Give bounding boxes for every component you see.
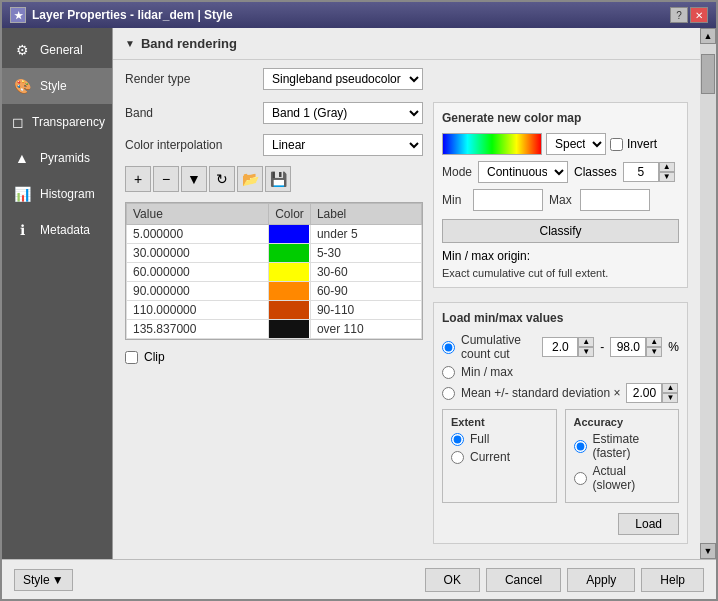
full-radio[interactable]	[451, 433, 464, 446]
sidebar-item-metadata[interactable]: ℹ Metadata	[2, 212, 112, 248]
label-cell: 5-30	[310, 244, 421, 263]
style-dropdown-arrow: ▼	[52, 573, 64, 587]
color-cell[interactable]	[269, 301, 311, 320]
table-row[interactable]: 5.000000under 5	[127, 225, 422, 244]
estimate-radio[interactable]	[574, 440, 587, 453]
cancel-button[interactable]: Cancel	[486, 568, 561, 592]
invert-checkbox[interactable]	[610, 138, 623, 151]
close-title-btn[interactable]: ✕	[690, 7, 708, 23]
cumulative-min-down[interactable]: ▼	[578, 347, 594, 357]
table-row[interactable]: 110.00000090-110	[127, 301, 422, 320]
two-col-layout: Band Band 1 (Gray) Color interpolation L…	[125, 102, 688, 544]
classes-up-btn[interactable]: ▲	[659, 162, 675, 172]
bottom-right-buttons: OK Cancel Apply Help	[425, 568, 704, 592]
color-cell[interactable]	[269, 225, 311, 244]
panel-body: Render type Singleband pseudocolor Band …	[113, 60, 700, 559]
table-toolbar: + − ▼ ↻ 📂 💾	[125, 166, 423, 192]
down-button[interactable]: ▼	[181, 166, 207, 192]
open-button[interactable]: 📂	[237, 166, 263, 192]
value-cell: 60.000000	[127, 263, 269, 282]
origin-section: Min / max origin: Exact cumulative cut o…	[442, 249, 679, 279]
right-col: Generate new color map Spectral Invert	[433, 102, 688, 544]
max-input[interactable]: 135.837	[580, 189, 650, 211]
label-cell: over 110	[310, 320, 421, 339]
classes-input[interactable]	[623, 162, 659, 182]
stddev-radio-row: Mean +/- standard deviation × ▲ ▼	[442, 383, 679, 403]
classes-down-btn[interactable]: ▼	[659, 172, 675, 182]
actual-radio[interactable]	[574, 472, 587, 485]
scroll-down-arrow[interactable]: ▼	[700, 543, 716, 559]
window-icon: ★	[10, 7, 26, 23]
table-row[interactable]: 30.0000005-30	[127, 244, 422, 263]
clip-row: Clip	[125, 350, 423, 364]
label-cell: 30-60	[310, 263, 421, 282]
stddev-input[interactable]	[626, 383, 662, 403]
actual-radio-row: Actual (slower)	[574, 464, 671, 492]
color-cell[interactable]	[269, 282, 311, 301]
stddev-radio[interactable]	[442, 387, 455, 400]
table-row[interactable]: 135.837000over 110	[127, 320, 422, 339]
refresh-button[interactable]: ↻	[209, 166, 235, 192]
ok-button[interactable]: OK	[425, 568, 480, 592]
sidebar-item-pyramids[interactable]: ▲ Pyramids	[2, 140, 112, 176]
table-row[interactable]: 90.00000060-90	[127, 282, 422, 301]
delete-button[interactable]: −	[153, 166, 179, 192]
current-radio[interactable]	[451, 451, 464, 464]
cumulative-radio[interactable]	[442, 341, 455, 354]
sidebar-item-style[interactable]: 🎨 Style	[2, 68, 112, 104]
sidebar-label-general: General	[40, 43, 83, 57]
help-title-btn[interactable]: ?	[670, 7, 688, 23]
cumulative-min-input[interactable]	[542, 337, 578, 357]
invert-label: Invert	[627, 137, 657, 151]
save-button[interactable]: 💾	[265, 166, 291, 192]
style-label: Style	[23, 573, 50, 587]
label-header: Label	[310, 204, 421, 225]
load-button[interactable]: Load	[618, 513, 679, 535]
color-table: Value Color Label 5.000000under 530.0000…	[125, 202, 423, 340]
clip-checkbox[interactable]	[125, 351, 138, 364]
color-map-table: Value Color Label 5.000000under 530.0000…	[126, 203, 422, 339]
style-dropdown-button[interactable]: Style ▼	[14, 569, 73, 591]
color-ramp-select[interactable]: Spectral	[546, 133, 606, 155]
apply-button[interactable]: Apply	[567, 568, 635, 592]
color-cell[interactable]	[269, 263, 311, 282]
color-ramp-bar[interactable]	[442, 133, 542, 155]
cumulative-min-btns: ▲ ▼	[578, 337, 594, 357]
stddev-up[interactable]: ▲	[662, 383, 678, 393]
color-ramp-row: Spectral Invert	[442, 133, 679, 155]
cumulative-max-down[interactable]: ▼	[646, 347, 662, 357]
sidebar-item-general[interactable]: ⚙ General	[2, 32, 112, 68]
classify-button[interactable]: Classify	[442, 219, 679, 243]
color-cell[interactable]	[269, 320, 311, 339]
sidebar-item-transparency[interactable]: ◻ Transparency	[2, 104, 112, 140]
classes-spinbox-btns: ▲ ▼	[659, 162, 675, 182]
cumulative-max-input[interactable]	[610, 337, 646, 357]
clip-label: Clip	[144, 350, 165, 364]
sidebar-item-histogram[interactable]: 📊 Histogram	[2, 176, 112, 212]
scroll-up-arrow[interactable]: ▲	[700, 28, 716, 44]
full-label: Full	[470, 432, 489, 446]
mode-select[interactable]: Continuous Equal Interval Quantile	[478, 161, 568, 183]
help-button[interactable]: Help	[641, 568, 704, 592]
table-row[interactable]: 60.00000030-60	[127, 263, 422, 282]
band-select[interactable]: Band 1 (Gray)	[263, 102, 423, 124]
cumulative-min-up[interactable]: ▲	[578, 337, 594, 347]
general-icon: ⚙	[12, 40, 32, 60]
stddev-btns: ▲ ▼	[662, 383, 678, 403]
render-type-select[interactable]: Singleband pseudocolor	[263, 68, 423, 90]
cumulative-max-spinbox: ▲ ▼	[610, 337, 662, 357]
collapse-arrow[interactable]: ▼	[125, 38, 135, 49]
stddev-down[interactable]: ▼	[662, 393, 678, 403]
minmax-radio[interactable]	[442, 366, 455, 379]
scroll-thumb[interactable]	[701, 54, 715, 94]
panel-header-title: Band rendering	[141, 36, 237, 51]
cumulative-max-up[interactable]: ▲	[646, 337, 662, 347]
sidebar-label-style: Style	[40, 79, 67, 93]
add-button[interactable]: +	[125, 166, 151, 192]
extent-accuracy-row: Extent Full Current	[442, 409, 679, 503]
min-input[interactable]: 2.16169	[473, 189, 543, 211]
main-panel: ▼ Band rendering Render type Singleband …	[112, 28, 700, 559]
color-interp-select[interactable]: Linear Discrete Exact	[263, 134, 423, 156]
classes-label: Classes	[574, 165, 617, 179]
color-cell[interactable]	[269, 244, 311, 263]
